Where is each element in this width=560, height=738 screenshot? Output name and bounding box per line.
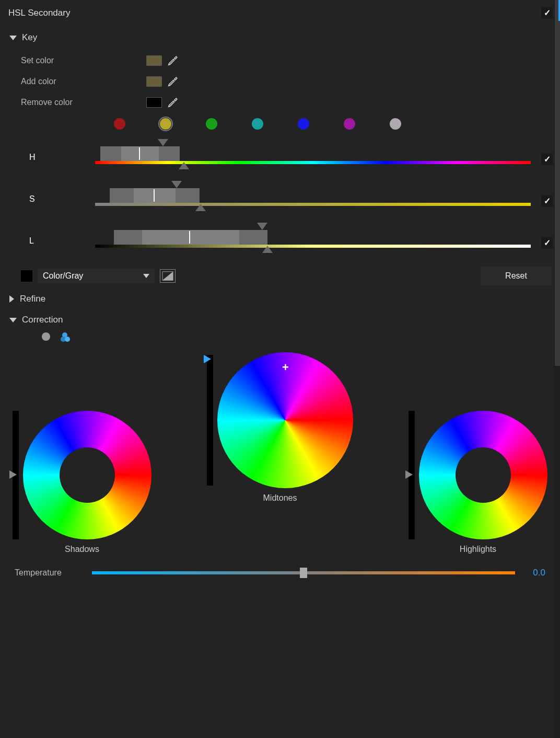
add-color-swatch[interactable] [146,76,162,87]
sat-range-slider[interactable] [42,182,531,211]
reset-button[interactable]: Reset [481,267,552,285]
temperature-label: Temperature [15,568,83,578]
view-mode-value: Color/Gray [43,271,83,281]
chevron-down-icon [9,318,17,322]
highlights-color-wheel[interactable] [419,411,547,539]
section-refine-title: Refine [20,294,45,304]
shadows-level-slider[interactable] [13,411,19,539]
preset-green[interactable] [206,118,217,130]
lum-enable-checkbox[interactable] [541,237,553,249]
shadows-label: Shadows [65,545,99,554]
hue-enable-checkbox[interactable] [541,154,553,165]
sat-range-label: S [21,194,42,211]
section-key-header[interactable]: Key [7,32,553,43]
set-color-label: Set color [21,56,146,65]
eyedropper-minus-icon[interactable] [167,97,179,108]
temperature-slider[interactable] [92,571,515,574]
shadows-color-wheel[interactable] [23,411,151,539]
midtones-level-slider[interactable] [207,355,213,486]
panel-title: HSL Secondary [7,8,70,18]
set-color-swatch[interactable] [146,55,162,66]
chevron-down-icon [143,274,149,278]
scrollbar-thumb[interactable] [555,0,560,366]
panel-enable-checkbox[interactable] [541,7,553,19]
sat-enable-checkbox[interactable] [541,195,553,207]
section-key-title: Key [22,32,37,43]
color-preset-row [21,118,553,130]
view-mask-checkbox[interactable] [21,270,32,282]
lum-range-slider[interactable] [42,224,531,253]
lum-range-label: L [21,236,42,253]
preset-white[interactable] [390,118,401,130]
preset-cyan[interactable] [252,118,263,130]
eyedropper-plus-icon[interactable] [167,76,179,87]
preset-yellow[interactable] [160,118,171,130]
section-correction-title: Correction [22,315,63,325]
section-correction-header[interactable]: Correction [7,315,553,325]
temperature-value[interactable]: 0.0 [524,568,545,578]
preset-blue[interactable] [298,118,309,130]
view-mode-dropdown[interactable]: Color/Gray [38,268,155,284]
preset-red[interactable] [114,118,125,130]
hue-range-slider[interactable] [42,140,531,169]
eyedropper-icon[interactable] [167,55,179,66]
highlights-label: Highlights [460,545,496,554]
section-refine-header[interactable]: Refine [7,294,553,304]
temperature-handle[interactable] [300,568,307,578]
midtones-target-icon[interactable]: + [282,361,289,374]
midtones-color-wheel[interactable]: + [217,352,353,488]
correction-mode-single[interactable] [42,332,50,341]
chevron-down-icon [9,36,17,40]
hue-range-label: H [21,153,42,169]
highlights-level-slider[interactable] [409,411,415,539]
preset-magenta[interactable] [344,118,355,130]
midtones-label: Midtones [263,493,297,503]
vertical-scrollbar[interactable] [554,0,560,738]
invert-mask-button[interactable] [160,269,176,283]
chevron-right-icon [9,295,14,303]
remove-color-label: Remove color [21,98,146,107]
add-color-label: Add color [21,77,146,86]
reset-label: Reset [505,271,527,281]
correction-mode-three-way[interactable] [61,332,71,342]
remove-color-swatch[interactable] [146,97,162,108]
